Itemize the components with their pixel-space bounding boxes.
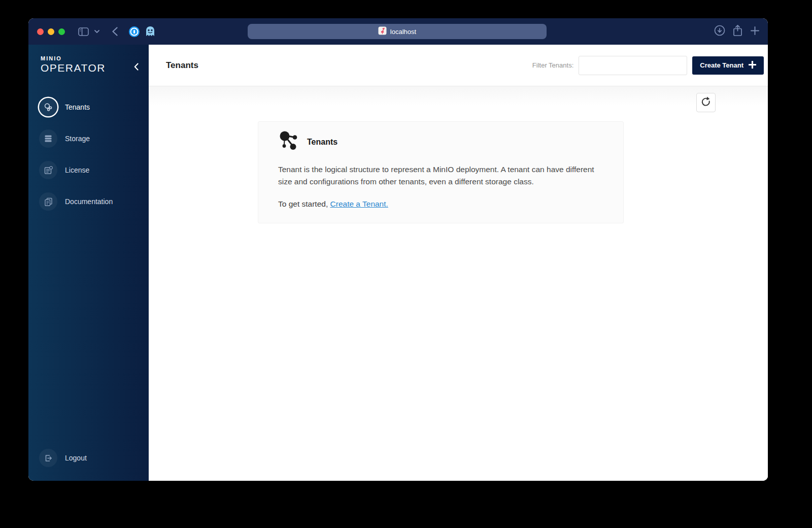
sidebar-item-documentation[interactable]: Documentation bbox=[28, 186, 149, 217]
sidebar-nav: Tenants Storage bbox=[28, 91, 149, 217]
window-controls bbox=[37, 28, 65, 35]
tenants-cluster-icon bbox=[278, 129, 300, 155]
address-text: localhost bbox=[390, 28, 416, 36]
card-description: Tenant is the logical structure to repre… bbox=[278, 163, 603, 188]
share-icon[interactable] bbox=[733, 24, 742, 39]
sidebar-item-label: Documentation bbox=[65, 197, 113, 206]
tenants-cluster-icon bbox=[39, 98, 57, 116]
refresh-icon bbox=[700, 96, 712, 109]
card-cta-line: To get started, Create a Tenant. bbox=[278, 200, 603, 209]
sidebar: MINIO OPERATOR bbox=[28, 45, 149, 481]
onepassword-icon[interactable] bbox=[127, 24, 141, 39]
sidebar-item-label: Tenants bbox=[65, 103, 90, 111]
create-tenant-button-label: Create Tenant bbox=[700, 61, 743, 69]
address-bar[interactable]: localhost bbox=[248, 24, 547, 39]
chevron-down-icon[interactable] bbox=[92, 24, 101, 39]
sidebar-item-label: License bbox=[65, 166, 89, 174]
page-header: Tenants Filter Tenants: Create Tenant bbox=[149, 45, 768, 86]
sidebar-collapse-button[interactable] bbox=[134, 63, 139, 73]
storage-drives-icon bbox=[39, 129, 57, 148]
new-tab-icon[interactable] bbox=[750, 26, 760, 38]
sidebar-item-label: Logout bbox=[65, 454, 87, 462]
sidebar-item-tenants[interactable]: Tenants bbox=[28, 91, 149, 123]
sidebar-item-storage[interactable]: Storage bbox=[28, 123, 149, 154]
main-panel: Tenants Filter Tenants: Create Tenant bbox=[149, 45, 768, 481]
site-favicon-flamingo bbox=[378, 26, 387, 37]
card-title: Tenants bbox=[307, 138, 337, 147]
download-icon[interactable] bbox=[714, 25, 725, 38]
create-a-tenant-link[interactable]: Create a Tenant. bbox=[330, 200, 388, 208]
tenants-info-card: Tenants Tenant is the logical structure … bbox=[258, 121, 624, 223]
browser-window: localhost bbox=[28, 18, 768, 481]
create-tenant-button[interactable]: Create Tenant bbox=[692, 56, 764, 75]
back-icon[interactable] bbox=[108, 24, 122, 39]
logout-door-icon bbox=[39, 449, 57, 467]
plus-icon bbox=[749, 61, 756, 70]
ghostery-icon[interactable] bbox=[143, 24, 157, 39]
sidebar-item-label: Storage bbox=[65, 135, 90, 143]
sidebar-item-license[interactable]: License bbox=[28, 154, 149, 186]
content-area: Tenants Tenant is the logical structure … bbox=[149, 86, 768, 481]
close-window-button[interactable] bbox=[37, 28, 44, 35]
expand-window-button[interactable] bbox=[58, 28, 65, 35]
cta-prefix: To get started, bbox=[278, 200, 330, 208]
sidebar-toggle-icon[interactable] bbox=[76, 24, 90, 39]
logo-minio: MINIO bbox=[41, 55, 137, 61]
page-title: Tenants bbox=[166, 60, 198, 71]
logo-operator: OPERATOR bbox=[41, 62, 137, 74]
minimize-window-button[interactable] bbox=[48, 28, 54, 35]
filter-tenants-label: Filter Tenants: bbox=[532, 61, 573, 69]
license-document-icon bbox=[39, 161, 57, 179]
refresh-button[interactable] bbox=[696, 93, 716, 112]
app-logo: MINIO OPERATOR bbox=[28, 45, 149, 77]
browser-titlebar: localhost bbox=[28, 18, 768, 45]
filter-tenants-input[interactable] bbox=[579, 56, 687, 75]
sidebar-item-logout[interactable]: Logout bbox=[28, 442, 149, 474]
documentation-pages-icon bbox=[39, 192, 57, 211]
